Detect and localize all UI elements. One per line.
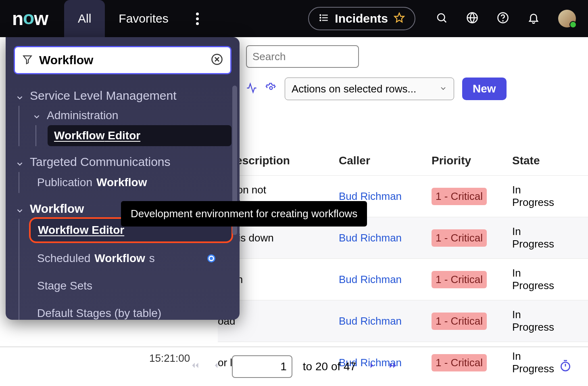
globe-icon[interactable] [466,12,478,25]
prev-page-icon[interactable] [211,360,221,373]
actions-select[interactable]: Actions on selected rows... [285,78,454,100]
svg-point-3 [320,15,321,15]
page-range: to 20 of 47 [303,360,356,373]
group-label: Targeted Communications [30,155,171,169]
nav-tabs: All Favorites [64,0,182,37]
last-page-icon[interactable] [388,360,398,373]
svg-point-5 [320,20,321,21]
cell-caller[interactable]: Bud Richman [339,273,432,286]
group-label: Administration [47,109,118,122]
leaf-label: Default Stages (by table) [37,307,161,320]
svg-point-4 [320,17,321,18]
nav-item-publication-workflow[interactable]: Publication Workflow [31,172,231,193]
svg-marker-17 [23,56,31,64]
group-label: Service Level Management [30,89,177,103]
svg-marker-6 [394,13,404,22]
leaf-rest: Editor [88,224,124,236]
leaf-bold: Workflow [38,224,88,236]
cell-state: In Progress [512,308,573,334]
toolbar-lower: Actions on selected rows... New [246,78,578,100]
filter-input[interactable] [39,53,204,67]
leaf-post: s [149,252,155,265]
col-state[interactable]: State [512,154,573,167]
filter-box[interactable] [14,46,231,74]
tab-favorites[interactable]: Favorites [105,0,182,37]
chevron-down-icon [15,204,24,213]
tab-all[interactable]: All [64,0,105,37]
cell-state: In Progress [512,267,573,292]
cell-state: In Progress [512,225,573,250]
leaf-bold: Workflow [94,252,145,265]
cell-caller[interactable]: Bud Richman [339,232,432,244]
search-input[interactable] [246,45,359,68]
nav-item-stage-sets[interactable]: Stage Sets [31,275,231,296]
bell-icon[interactable] [528,12,540,25]
page-input[interactable] [232,355,292,378]
star-outline-icon[interactable] [394,12,405,25]
svg-point-7 [438,14,445,21]
svg-line-8 [444,20,446,22]
more-menu-icon[interactable] [190,13,205,25]
leaf-pre: Publication [37,176,92,189]
table-row[interactable]: down Bud Richman 1 - Critical In Progres… [218,258,588,300]
chevron-down-icon [439,83,447,95]
priority-badge: 1 - Critical [432,188,487,205]
list-icon [319,13,329,25]
leaf-rest: Editor [104,129,140,142]
tooltip: Development environment for creating wor… [121,201,367,227]
activity-icon[interactable] [246,82,257,95]
col-caller[interactable]: Caller [339,154,432,167]
new-button[interactable]: New [462,78,507,100]
filter-icon [22,53,33,67]
stopwatch-icon[interactable] [559,359,572,375]
table-header: rt description Caller Priority State [218,146,588,175]
search-icon[interactable] [436,12,448,25]
help-icon[interactable] [497,12,509,25]
group-targeted-comm[interactable]: Targeted Communications [14,152,231,172]
current-page-pill[interactable]: Incidents [308,7,415,30]
cell-state: In Progress [512,184,573,209]
priority-badge: 1 - Critical [432,271,487,288]
leaf-label: Stage Sets [37,279,92,292]
cell-caller[interactable]: Bud Richman [339,190,432,203]
first-page-icon[interactable] [190,360,200,373]
avatar[interactable] [558,10,576,27]
priority-badge: 1 - Critical [432,313,487,330]
pill-label: Incidents [335,12,388,25]
svg-point-13 [270,87,273,90]
priority-badge: 1 - Critical [432,229,487,247]
chevron-down-icon [32,111,41,120]
table-row[interactable]: oad Bud Richman 1 - Critical In Progress [218,300,588,342]
col-priority[interactable]: Priority [432,154,512,167]
nav-panel: Service Level Management Administration … [6,37,240,320]
leaf-bold: Workflow [96,176,147,189]
pager: to 20 of 47 [0,346,588,386]
next-page-icon[interactable] [367,360,377,373]
leaf-pre: Scheduled [37,252,90,265]
nav-item-workflow-editor[interactable]: Workflow Editor [48,125,231,146]
header-bar: now All Favorites Incidents [0,0,588,37]
cell-caller[interactable]: Bud Richman [339,315,432,327]
group-administration[interactable]: Administration [31,106,231,125]
nav-item-default-stages[interactable]: Default Stages (by table) [31,303,231,320]
chevron-down-icon [15,157,24,166]
logo: now [12,8,48,29]
nav-item-scheduled-workflows[interactable]: Scheduled Workflows [31,248,231,269]
svg-point-12 [503,21,503,21]
clear-icon[interactable] [211,53,223,67]
group-label: Workflow [30,202,84,216]
indicator-dot [207,254,215,262]
chevron-down-icon [15,91,24,100]
actions-label: Actions on selected rows... [292,83,416,95]
gear-icon[interactable] [265,82,277,95]
leaf-bold: Workflow [54,129,104,142]
header-icons [436,10,576,27]
group-slm[interactable]: Service Level Management [14,86,231,106]
toolbar-upper [246,45,359,68]
